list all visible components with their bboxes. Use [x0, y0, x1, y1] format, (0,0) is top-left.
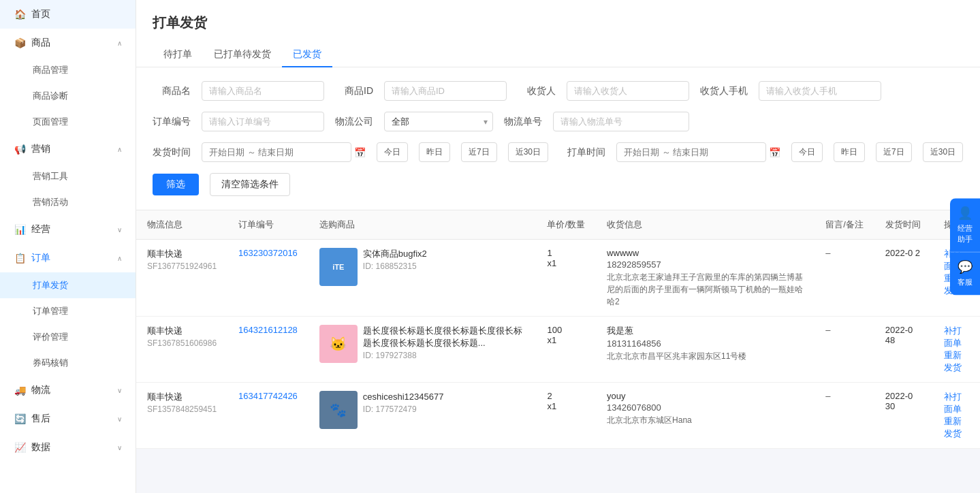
calendar-icon: 📅 — [354, 147, 366, 158]
sidebar-group-header-operations[interactable]: 📊 经营 ∨ — [0, 215, 136, 244]
receiver-info-0: wwwww 18292859557 北京北京老王家迪拜王子宫殿里的车库的第四辆兰… — [607, 248, 804, 308]
receiver-input[interactable] — [567, 81, 689, 101]
price-1: 100 — [547, 325, 585, 335]
sidebar-group-logistics: 🚚 物流 ∨ — [0, 376, 136, 404]
ship-last7-btn[interactable]: 近7日 — [461, 142, 497, 162]
logistics-icon: 🚚 — [14, 384, 26, 396]
cell-order-2: 163417742426 — [227, 383, 309, 449]
cell-product-1: 🐱 题长度很长标题长度很长标题长度很长标题长度很长标题长度很长标题... ID:… — [309, 317, 537, 383]
clear-filter-button[interactable]: 清空筛选条件 — [210, 173, 290, 196]
order-link-2[interactable]: 163417742426 — [238, 391, 298, 401]
print-last7-btn[interactable]: 近7日 — [876, 142, 912, 162]
ship-time-0: 2022-0 2 — [885, 248, 920, 258]
filter-button[interactable]: 筛选 — [153, 174, 199, 195]
order-link-1[interactable]: 164321612128 — [238, 325, 298, 335]
product-id-input[interactable] — [384, 81, 507, 101]
product-cell-0: iTE 实体商品bugfix2 ID: 168852315 — [319, 248, 526, 286]
customer-service-float-btn[interactable]: 💬 客服 — [950, 252, 980, 295]
col-ship-time: 发货时间 — [874, 210, 934, 240]
ship-time-2: 2022-0 30 — [885, 391, 913, 411]
sidebar-item-marketing-tools[interactable]: 营销工具 — [0, 163, 136, 189]
tab-shipped[interactable]: 已发货 — [282, 43, 332, 67]
sidebar-item-order-management[interactable]: 订单管理 — [0, 298, 136, 324]
sidebar-sub-label: 营销工具 — [33, 170, 68, 182]
product-thumb-1: 🐱 — [319, 325, 358, 363]
sidebar-item-print-ship[interactable]: 打单发货 — [0, 272, 136, 298]
sidebar-sub-label: 商品诊断 — [33, 90, 68, 102]
sidebar: 🏠 首页 📦 商品 ∧ 商品管理 商品诊断 页面管理 📢 营销 ∧ 营销工具 营… — [0, 0, 136, 493]
sidebar-group-label: 商品 — [31, 37, 50, 49]
ship-yesterday-btn[interactable]: 昨日 — [419, 142, 450, 162]
order-link-0[interactable]: 163230372016 — [238, 248, 298, 258]
logistics-company-2: 顺丰快递 — [147, 391, 217, 403]
sidebar-group-header-data[interactable]: 📈 数据 ∨ — [0, 433, 136, 462]
sidebar-group-header-logistics[interactable]: 🚚 物流 ∨ — [0, 376, 136, 404]
receiver-phone-input[interactable] — [759, 81, 881, 101]
ship-date-input[interactable] — [202, 142, 351, 162]
product-name-1: 题长度很长标题长度很长标题长度很长标题长度很长标题长度很长标题... — [363, 325, 526, 349]
remark-0: – — [825, 248, 830, 258]
product-name-input[interactable] — [202, 81, 324, 101]
ship-last30-btn[interactable]: 近30日 — [508, 142, 548, 162]
orders-table: 物流信息 订单编号 选购商品 单价/数量 收货信息 留言/备注 发货时间 操作 … — [136, 210, 980, 449]
table-row: 顺丰快递 SF1367851606986 164321612128 🐱 题长度很… — [136, 317, 980, 383]
logistics-no-input[interactable] — [553, 112, 689, 131]
filter-row-1: 商品名 商品ID 收货人 收货人手机 — [153, 81, 964, 101]
sidebar-group-label: 售后 — [31, 413, 50, 425]
order-no-input[interactable] — [202, 112, 324, 131]
operations-icon: 📊 — [14, 223, 26, 236]
data-icon: 📈 — [14, 441, 26, 454]
print-last30-btn[interactable]: 近30日 — [923, 142, 963, 162]
qty-1: x1 — [547, 335, 585, 345]
receiver-phone-1: 18131164856 — [607, 338, 804, 349]
chevron-down-icon: ∨ — [117, 387, 122, 394]
reship-link-2[interactable]: 重新发货 — [944, 415, 969, 440]
print-date-input[interactable] — [616, 142, 766, 162]
sidebar-sub-label: 打单发货 — [33, 279, 68, 291]
ship-today-btn[interactable]: 今日 — [377, 142, 408, 162]
sidebar-group-header-aftersale[interactable]: 🔄 售后 ∨ — [0, 404, 136, 433]
reprint-link-2[interactable]: 补打面单 — [944, 391, 969, 415]
product-id-2: ID: 177572479 — [363, 404, 526, 414]
receiver-phone-2: 13426076800 — [607, 402, 804, 413]
logistics-company-select-wrap: 全部 顺丰快递 圆通快递 中通快递 申通快递 — [384, 112, 493, 131]
cell-ship-time-1: 2022-0 48 — [874, 317, 934, 383]
receiver-info-2: youy 13426076800 北京北京市东城区Hana — [607, 391, 804, 426]
assistant-float-btn[interactable]: 👤 经营助手 — [950, 198, 980, 252]
orders-icon: 📋 — [14, 252, 26, 264]
sidebar-group-header-products[interactable]: 📦 商品 ∧ — [0, 29, 136, 57]
logistics-company-select[interactable]: 全部 顺丰快递 圆通快递 中通快递 申通快递 — [384, 112, 493, 131]
cell-remark-2: – — [815, 383, 874, 449]
cell-receiver-1: 我是葱 18131164856 北京北京市昌平区兆丰家园东区11号楼 — [596, 317, 815, 383]
sidebar-item-product-management[interactable]: 商品管理 — [0, 57, 136, 83]
tab-pending[interactable]: 待打单 — [153, 43, 203, 67]
product-info-2: ceshiceshi12345677 ID: 177572479 — [363, 391, 526, 414]
col-remark: 留言/备注 — [815, 210, 874, 240]
col-logistics: 物流信息 — [136, 210, 227, 240]
sidebar-item-home[interactable]: 🏠 首页 — [0, 0, 136, 29]
cell-receiver-2: youy 13426076800 北京北京市东城区Hana — [596, 383, 815, 449]
reship-link-1[interactable]: 重新发货 — [944, 349, 969, 374]
sidebar-item-review-management[interactable]: 评价管理 — [0, 324, 136, 350]
sidebar-item-page-management[interactable]: 页面管理 — [0, 109, 136, 135]
ship-time-label: 发货时间 — [153, 146, 191, 159]
print-time-range: 📅 — [616, 142, 780, 162]
price-0: 1 — [547, 248, 585, 258]
sidebar-item-marketing-activities[interactable]: 营销活动 — [0, 189, 136, 215]
reprint-link-1[interactable]: 补打面单 — [944, 325, 969, 349]
sidebar-item-product-diagnosis[interactable]: 商品诊断 — [0, 83, 136, 109]
product-name-2: ceshiceshi12345677 — [363, 391, 526, 403]
table-row: 顺丰快递 SF1357848259451 163417742426 🐾 cesh… — [136, 383, 980, 449]
remark-1: – — [825, 325, 830, 335]
filter-row-2: 订单编号 物流公司 全部 顺丰快递 圆通快递 中通快递 申通快递 物流单号 — [153, 112, 964, 131]
print-yesterday-btn[interactable]: 昨日 — [834, 142, 865, 162]
product-info-0: 实体商品bugfix2 ID: 168852315 — [363, 248, 526, 271]
receiver-addr-1: 北京北京市昌平区兆丰家园东区11号楼 — [607, 350, 804, 362]
sidebar-group-header-marketing[interactable]: 📢 营销 ∧ — [0, 135, 136, 163]
sidebar-item-coupon-verify[interactable]: 券码核销 — [0, 350, 136, 376]
sidebar-group-label: 经营 — [31, 223, 50, 236]
print-today-btn[interactable]: 今日 — [791, 142, 823, 162]
tab-printed-pending[interactable]: 已打单待发货 — [203, 43, 282, 67]
sidebar-group-products: 📦 商品 ∧ 商品管理 商品诊断 页面管理 — [0, 29, 136, 135]
sidebar-group-header-orders[interactable]: 📋 订单 ∧ — [0, 244, 136, 272]
